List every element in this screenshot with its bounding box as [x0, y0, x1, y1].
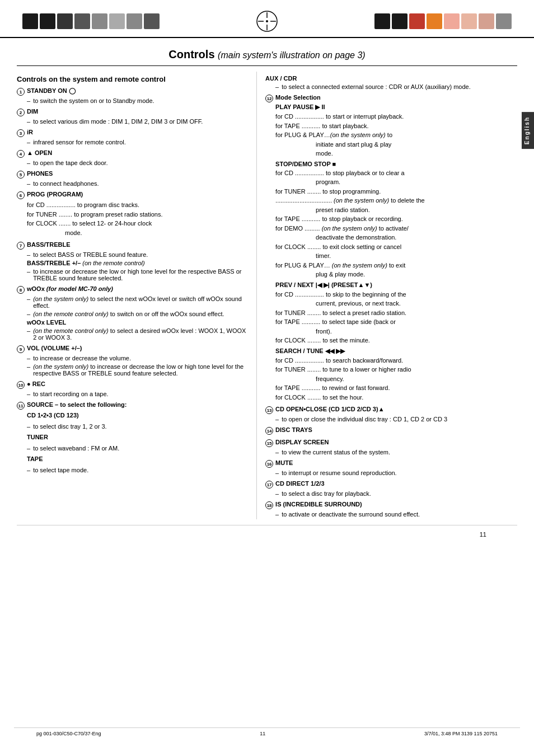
page-header: Controls (main system's illustration on …	[17, 38, 517, 66]
label-standby-on: STANDBY ON ◯	[27, 87, 76, 95]
item-open: 4 ▲ OPEN	[17, 149, 248, 158]
item-cd-open-close: 13 CD OPEN•CLOSE (CD 1/CD 2/CD 3)▲	[265, 406, 517, 414]
bullet-aux-cdr: – to select a connected external source …	[275, 83, 517, 90]
sd-cd: for CD ................. to stop playbac…	[275, 168, 517, 178]
right-column: AUX / CDR – to select a connected extern…	[257, 72, 517, 519]
sub-play-pause: for CD ................. to start or int…	[275, 112, 517, 158]
item-display-screen: 15 DISPLAY SCREEN	[265, 439, 517, 447]
bullet-is-surround: – to activate or deactivate the surround…	[275, 511, 517, 518]
text-woox-2: (on the remote control only) to switch o…	[33, 311, 224, 317]
num-1: 1	[17, 88, 25, 96]
dash-3: –	[27, 139, 30, 145]
text-standby-on: to switch the system on or to Standby mo…	[33, 97, 154, 104]
bullet-standby-on: – to switch the system on or to Standby …	[27, 97, 248, 104]
footer-center-text: 11	[260, 731, 265, 736]
color-block-1	[22, 13, 38, 29]
color-blocks-left	[22, 13, 160, 29]
color-blocks-right	[374, 13, 512, 29]
prev-next-label: PREV / NEXT |◀ ▶| (PRESET▲▼)	[275, 281, 372, 288]
bass-treble-bold-text: BASS/TREBLE +/– (on the remote control)	[27, 260, 145, 266]
st-tuner: for TUNER ........ to tune to a lower or…	[275, 365, 517, 374]
compass-icon	[256, 10, 278, 32]
dash-9a: –	[27, 355, 30, 361]
sd-tuner: for TUNER ........ to stop programming.	[275, 187, 517, 196]
text-mute: to interrupt or resume sound reproductio…	[282, 469, 396, 476]
bullet-vol-2: – (on the system only) to increase or de…	[27, 363, 248, 377]
dash-4: –	[27, 159, 30, 166]
item-standby-on: 1 STANDBY ON ◯	[17, 87, 248, 96]
num-14: 14	[265, 427, 273, 435]
label-mute: MUTE	[275, 459, 293, 466]
st-cd: for CD ................. to search backw…	[275, 356, 517, 365]
num-6: 6	[17, 191, 25, 199]
text-is-surround: to activate or deactivate the surround s…	[282, 511, 420, 518]
color-block-r3	[409, 13, 425, 29]
text-source-tuner: to select waveband : FM or AM.	[33, 444, 119, 453]
st-clock: for CLOCK ........ to set the hour.	[275, 393, 517, 402]
dash-8a: –	[27, 295, 30, 302]
play-pause-text: PLAY PAUSE ▶ II	[275, 104, 325, 110]
text-bass-treble-1: to select BASS or TREBLE sound feature.	[33, 251, 148, 258]
color-block-8	[144, 13, 160, 29]
sub-search-tune: for CD ................. to search backw…	[275, 356, 517, 402]
source-tuner-label: TUNER	[27, 433, 248, 442]
aux-cdr-section: AUX / CDR – to select a connected extern…	[265, 75, 517, 90]
text-dim: to select various dim mode : DIM 1, DIM …	[33, 118, 203, 125]
dash-11c: –	[27, 466, 30, 475]
dash-13: –	[275, 416, 279, 422]
text-bass-treble-2: to increase or decrease the low or high …	[33, 268, 248, 281]
pp-plug-cont2: mode.	[316, 149, 517, 158]
sd-clock-cont: timer.	[316, 251, 517, 261]
dash-8c: –	[27, 327, 30, 334]
source-cd-label: CD 1•2•3 (CD 123)	[27, 411, 248, 420]
woox-level-label: wOOx LEVEL	[27, 319, 248, 326]
num-3: 3	[17, 129, 25, 137]
dash-11a: –	[27, 422, 30, 431]
num-18: 18	[265, 501, 273, 509]
color-block-r2	[392, 13, 407, 29]
dash-1: –	[27, 97, 30, 104]
dash-2: –	[27, 118, 30, 125]
search-tune-section: SEARCH / TUNE ◀◀ ▶▶	[275, 348, 517, 355]
pn-clock: for CLOCK ........ to set the minute.	[275, 336, 517, 345]
sub-prog: for CD ................. to program disc…	[27, 200, 248, 237]
bullet-rec: – to start recording on a tape.	[27, 391, 248, 397]
num-2: 2	[17, 109, 25, 116]
dash-9b: –	[27, 363, 30, 370]
pp-plug-cont: initiate and start plug & play	[316, 140, 517, 149]
item-mode-selection: 12 Mode Selection	[265, 94, 517, 102]
prog-clock-cont: mode.	[65, 228, 248, 238]
item-vol: 9 VOL (VOLUME +/–)	[17, 345, 248, 353]
left-column: Controls on the system and remote contro…	[17, 72, 257, 519]
text-source-tape: to select tape mode.	[33, 466, 88, 475]
color-block-6	[109, 13, 125, 29]
item-disc-trays: 14 DISC TRAYS	[265, 426, 517, 435]
text-cd-open-close: to open or close the individual disc tra…	[282, 416, 447, 422]
pn-tape: for TAPE ........... to select tape side…	[275, 317, 517, 327]
num-12: 12	[265, 95, 273, 102]
num-13: 13	[265, 406, 273, 414]
item-rec: 10 ● REC	[17, 381, 248, 389]
item-bass-treble: 7 BASS/TREBLE	[17, 241, 248, 250]
item-ir: 3 iR	[17, 129, 248, 137]
pn-cd-cont: current, previous, or next track.	[316, 299, 517, 308]
pp-cd: for CD ................. to start or int…	[275, 112, 517, 121]
color-block-5	[92, 13, 107, 29]
text-woox-1: (on the system only) to select the next …	[33, 295, 248, 309]
pn-tape-cont: front).	[316, 327, 517, 336]
sd-demo-cont: deactivate the demonstration.	[316, 233, 517, 242]
play-pause-label: PLAY PAUSE ▶ II	[275, 104, 517, 111]
bullet-vol-1: – to increase or decrease the volume.	[27, 355, 248, 361]
english-sidebar-label: English	[522, 112, 534, 149]
label-woox: wOOx (for model MC-70 only)	[27, 285, 113, 292]
dash-11b: –	[27, 444, 30, 453]
pp-tape: for TAPE ........... to start playback.	[275, 121, 517, 131]
color-block-r8	[496, 13, 512, 29]
footer-left-text: pg 001-030/C50-C70/37-Eng	[36, 731, 101, 736]
color-block-r5	[444, 13, 460, 29]
label-phones: PHONES	[27, 170, 53, 177]
num-10: 10	[17, 381, 25, 389]
prog-clock: for CLOCK ....... to select 12- or 24-ho…	[27, 219, 248, 228]
prog-cd: for CD ................. to program disc…	[27, 200, 248, 210]
bullet-display-screen: – to view the current status of the syst…	[275, 449, 517, 456]
